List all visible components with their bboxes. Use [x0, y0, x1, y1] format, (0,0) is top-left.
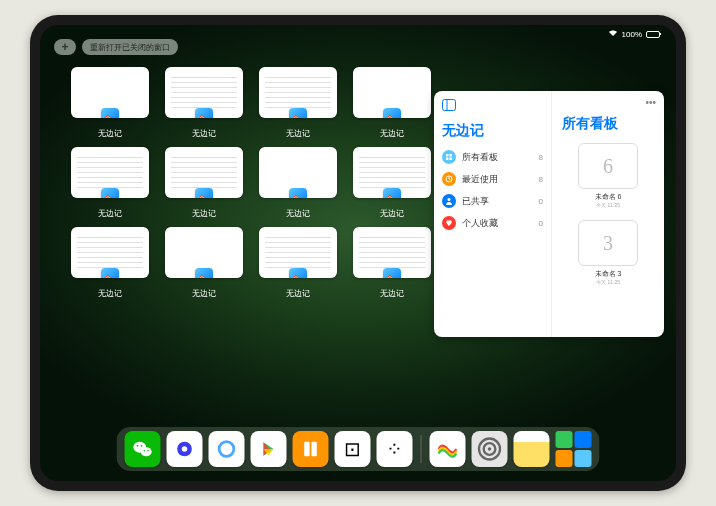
svg-point-11 [141, 445, 143, 447]
dock-app-dice[interactable]: ⊡ [335, 431, 371, 467]
app-switcher-grid: 无边记无边记无边记无边记无边记无边记无边记无边记无边记无边记无边记无边记 [70, 67, 432, 299]
dock-app-wechat[interactable] [125, 431, 161, 467]
svg-rect-4 [446, 158, 449, 161]
freeform-icon [101, 268, 119, 278]
category-count: 8 [539, 175, 543, 184]
window-label: 无边记 [380, 288, 404, 299]
window-item[interactable]: 无边记 [70, 67, 150, 139]
board-item[interactable]: 3未命名 3今天 11:25 [562, 220, 654, 285]
category-heart[interactable]: 个人收藏0 [442, 216, 543, 230]
svg-point-12 [144, 450, 145, 451]
panel-right-title: 所有看板 [562, 115, 654, 133]
category-grid[interactable]: 所有看板8 [442, 150, 543, 164]
window-thumbnail[interactable] [353, 67, 431, 118]
freeform-icon [195, 188, 213, 198]
category-person[interactable]: 已共享0 [442, 194, 543, 208]
battery-icon [646, 31, 660, 38]
category-label: 所有看板 [462, 151, 498, 164]
window-label: 无边记 [286, 208, 310, 219]
board-name: 未命名 6 [595, 192, 622, 202]
window-item[interactable]: 无边记 [164, 227, 244, 299]
window-thumbnail[interactable] [259, 227, 337, 278]
freeform-icon [289, 188, 307, 198]
dock-app-freeform[interactable] [430, 431, 466, 467]
dock-app-quark-hd[interactable] [167, 431, 203, 467]
window-item[interactable]: 无边记 [164, 67, 244, 139]
freeform-icon [195, 108, 213, 118]
category-count: 0 [539, 197, 543, 206]
add-window-button[interactable]: + [54, 39, 76, 55]
top-buttons: + 重新打开已关闭的窗口 [54, 39, 178, 55]
dock-app-quark[interactable] [209, 431, 245, 467]
dock-app-notes[interactable] [514, 431, 550, 467]
window-item[interactable]: 无边记 [258, 67, 338, 139]
window-item[interactable]: 无边记 [352, 147, 432, 219]
window-label: 无边记 [380, 128, 404, 139]
svg-rect-5 [450, 158, 453, 161]
window-item[interactable]: 无边记 [164, 147, 244, 219]
dock-app-books[interactable] [293, 431, 329, 467]
window-label: 无边记 [286, 288, 310, 299]
wifi-icon [608, 29, 618, 39]
window-label: 无边记 [192, 128, 216, 139]
freeform-panel[interactable]: ••• 无边记 所有看板8最近使用8已共享0个人收藏0 所有看板 6未命名 6今… [434, 91, 664, 337]
category-label: 最近使用 [462, 173, 498, 186]
window-thumbnail[interactable] [165, 67, 243, 118]
window-thumbnail[interactable] [353, 227, 431, 278]
category-count: 0 [539, 219, 543, 228]
window-item[interactable]: 无边记 [258, 147, 338, 219]
window-thumbnail[interactable] [353, 147, 431, 198]
window-item[interactable]: 无边记 [352, 227, 432, 299]
window-label: 无边记 [286, 128, 310, 139]
window-label: 无边记 [192, 208, 216, 219]
svg-point-16 [219, 442, 234, 457]
freeform-icon [289, 108, 307, 118]
dock-app-library[interactable] [556, 431, 592, 467]
svg-rect-3 [450, 154, 453, 157]
window-thumbnail[interactable] [259, 147, 337, 198]
person-icon [442, 194, 456, 208]
reopen-closed-button[interactable]: 重新打开已关闭的窗口 [82, 39, 178, 55]
freeform-icon [383, 108, 401, 118]
svg-point-10 [137, 445, 139, 447]
sidebar-toggle-icon[interactable] [442, 99, 543, 114]
freeform-icon [383, 268, 401, 278]
window-thumbnail[interactable] [71, 147, 149, 198]
window-label: 无边记 [98, 288, 122, 299]
svg-point-13 [147, 450, 148, 451]
board-thumbnail: 3 [578, 220, 638, 266]
grid-icon [442, 150, 456, 164]
freeform-icon [289, 268, 307, 278]
ipad-frame: 100% + 重新打开已关闭的窗口 无边记无边记无边记无边记无边记无边记无边记无… [30, 15, 686, 491]
dock-app-connect[interactable]: ⁘ [377, 431, 413, 467]
freeform-icon [195, 268, 213, 278]
window-item[interactable]: 无边记 [258, 227, 338, 299]
window-item[interactable]: 无边记 [70, 147, 150, 219]
window-label: 无边记 [192, 288, 216, 299]
freeform-icon [101, 108, 119, 118]
board-item[interactable]: 6未命名 6今天 11:25 [562, 143, 654, 208]
board-thumbnail: 6 [578, 143, 638, 189]
status-bar: 100% [608, 29, 660, 39]
window-item[interactable]: 无边记 [352, 67, 432, 139]
window-thumbnail[interactable] [71, 227, 149, 278]
window-thumbnail[interactable] [165, 227, 243, 278]
window-item[interactable]: 无边记 [70, 227, 150, 299]
category-clock[interactable]: 最近使用8 [442, 172, 543, 186]
panel-left-title: 无边记 [442, 122, 543, 140]
dock-app-play[interactable] [251, 431, 287, 467]
dock-app-settings[interactable] [472, 431, 508, 467]
category-count: 8 [539, 153, 543, 162]
window-thumbnail[interactable] [259, 67, 337, 118]
window-thumbnail[interactable] [165, 147, 243, 198]
category-label: 已共享 [462, 195, 489, 208]
category-label: 个人收藏 [462, 217, 498, 230]
window-thumbnail[interactable] [71, 67, 149, 118]
svg-point-21 [488, 447, 492, 451]
more-icon[interactable]: ••• [645, 97, 656, 108]
dock-separator [421, 435, 422, 463]
freeform-icon [101, 188, 119, 198]
heart-icon [442, 216, 456, 230]
svg-rect-17 [304, 442, 309, 456]
svg-rect-18 [311, 442, 316, 456]
